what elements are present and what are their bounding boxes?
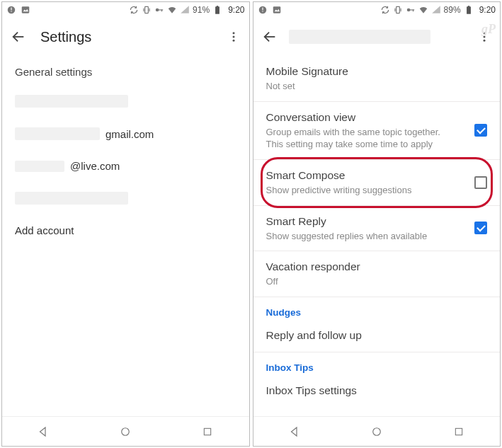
notification-icon [258,5,268,15]
nav-recents-button[interactable] [452,425,466,439]
svg-rect-9 [159,9,163,10]
svg-rect-13 [217,6,218,7]
redacted-prefix [15,161,64,172]
svg-marker-18 [40,427,46,436]
setting-title: Mobile Signature [266,64,460,79]
clock: 9:20 [479,5,496,15]
nav-home-button[interactable] [370,425,384,439]
checkbox-conversation-view[interactable] [474,124,487,137]
redacted-prefix [15,127,100,140]
svg-point-37 [484,36,486,38]
signal-icon [180,5,190,15]
phone-left: 91% 9:20 Settings General settings gmail… [1,1,250,447]
battery-icon [212,5,222,15]
battery-percent: 91% [193,5,210,15]
battery-percent: 89% [444,5,461,15]
wifi-icon [167,5,177,15]
setting-row-smart-compose[interactable]: Smart Compose Show predictive writing su… [253,160,501,206]
setting-row-vacation-responder[interactable]: Vacation responder Off [253,251,501,297]
svg-rect-12 [215,6,219,13]
setting-row-inbox-tips[interactable]: Inbox Tips settings [253,377,501,407]
setting-title: Smart Compose [266,168,460,183]
setting-title: Conversation view [266,110,460,125]
svg-rect-31 [413,9,413,11]
svg-rect-30 [409,9,413,10]
nav-back-button[interactable] [36,425,50,439]
signal-icon [431,5,441,15]
settings-list: General settings gmail.com @live.com Add… [2,56,249,416]
account-row[interactable]: @live.com [2,150,249,182]
system-nav-bar [2,416,249,446]
svg-point-40 [372,427,380,435]
battery-icon [464,5,474,15]
account-row[interactable] [2,182,249,214]
setting-row-reply-follow-up[interactable]: Reply and follow up [253,322,501,352]
svg-point-16 [232,36,234,38]
svg-rect-5 [145,6,149,13]
svg-point-8 [156,8,159,12]
overflow-menu-button[interactable] [477,30,491,44]
setting-title: Vacation responder [266,260,460,274]
section-header-general[interactable]: General settings [2,56,249,85]
checkbox-smart-reply[interactable] [474,222,487,234]
svg-rect-20 [205,428,211,435]
svg-rect-24 [273,6,280,13]
app-bar: Settings [2,18,249,56]
setting-subtitle: Show suggested replies when available [266,230,460,243]
status-bar: 91% 9:20 [2,2,249,18]
setting-subtitle: Show predictive writing suggestions [266,184,460,197]
category-header-inbox-tips: Inbox Tips [253,352,501,377]
overflow-menu-button[interactable] [227,30,241,44]
setting-subtitle: Group emails with the same topic togethe… [266,126,460,151]
page-title: Settings [40,29,91,45]
svg-point-15 [232,32,234,34]
setting-row-conversation-view[interactable]: Conversation view Group emails with the … [253,102,501,160]
account-domain: gmail.com [105,128,154,140]
redacted-account [15,192,128,205]
phone-right: gP 89% 9:20 [253,1,501,447]
app-bar [253,18,501,56]
sync-icon [129,5,139,15]
image-icon [21,5,30,15]
vpn-key-icon [406,5,416,15]
redacted-account-title [289,30,430,44]
account-row[interactable]: gmail.com [2,117,249,150]
add-account-row[interactable]: Add account [2,214,249,246]
wifi-icon [418,5,428,15]
back-button[interactable] [262,29,278,45]
svg-rect-26 [396,6,399,13]
svg-rect-34 [467,6,469,7]
account-row[interactable] [2,85,249,117]
svg-marker-11 [181,6,189,13]
redacted-account [15,95,128,108]
svg-point-29 [406,8,410,12]
setting-title: Smart Reply [266,214,460,229]
svg-rect-22 [262,8,263,11]
account-domain: @live.com [70,160,120,172]
svg-rect-3 [22,6,30,13]
svg-rect-2 [11,11,11,12]
svg-rect-10 [161,9,162,11]
svg-rect-41 [455,428,462,435]
image-icon [272,5,282,15]
setting-subtitle: Off [266,275,460,288]
clock: 9:20 [228,5,244,15]
svg-marker-32 [432,6,440,13]
vibrate-icon [393,5,403,15]
status-bar: 89% 9:20 [253,2,501,18]
setting-row-mobile-signature[interactable]: Mobile Signature Not set [253,56,501,102]
nav-recents-button[interactable] [200,425,215,439]
sync-icon [380,5,390,15]
svg-rect-1 [11,8,11,11]
svg-rect-33 [467,6,471,13]
nav-home-button[interactable] [118,425,132,439]
category-header-nudges: Nudges [253,297,501,322]
setting-row-smart-reply[interactable]: Smart Reply Show suggested replies when … [253,206,501,252]
svg-point-19 [122,427,130,435]
svg-rect-23 [262,11,263,12]
nav-back-button[interactable] [287,425,302,439]
checkbox-smart-compose[interactable] [474,176,487,189]
svg-point-17 [232,40,234,42]
vpn-key-icon [154,5,164,15]
back-button[interactable] [11,29,26,45]
